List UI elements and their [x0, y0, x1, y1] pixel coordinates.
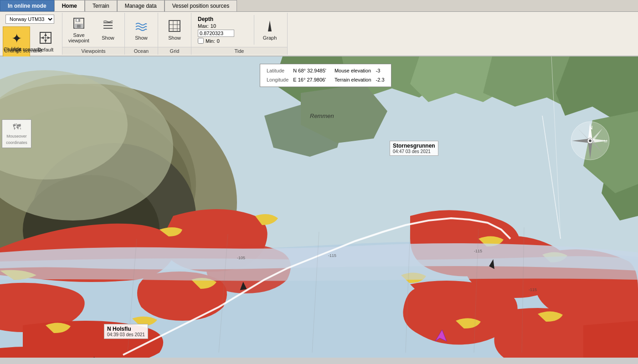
change-scenario-label[interactable]: Change scenario	[2, 47, 44, 54]
svg-marker-20	[268, 21, 272, 31]
map-background: -105 -115 -115 -115 Remmen	[0, 56, 638, 358]
max-value: 10	[211, 23, 216, 29]
ocean-section-label: Ocean	[125, 47, 158, 55]
tide-section-label: Tide	[191, 47, 287, 55]
svg-marker-4	[44, 40, 47, 42]
longitude-label: Longitude	[265, 76, 290, 84]
latitude-label: Latitude	[265, 67, 290, 75]
graph-icon	[263, 20, 276, 34]
tab-bar: In online mode Home Terrain Manage data …	[0, 0, 638, 12]
longitude-value: E 16° 27.9806'	[291, 76, 328, 84]
latitude-value: N 68° 32.9485'	[291, 67, 328, 75]
svg-marker-6	[47, 36, 50, 39]
toolbar: Norway UTM33 ✦ Hide	[0, 12, 638, 56]
save-viewpoint-icon	[72, 17, 85, 31]
depth-label: Depth	[198, 16, 251, 22]
map-icon: 🗺	[5, 122, 28, 133]
max-label: Max:	[198, 23, 209, 29]
compass-rose: N M	[570, 120, 611, 161]
min-value: 0	[217, 38, 220, 44]
svg-rect-15	[169, 21, 180, 31]
mouse-elevation-label: Mouse elevation	[329, 67, 373, 75]
svg-text:N: N	[589, 125, 592, 130]
svg-rect-9	[77, 19, 78, 21]
section-ocean: Show Ocean	[125, 13, 158, 55]
min-label: Min:	[206, 38, 215, 44]
section-viewpoints: Saveviewpoint Show Viewpoints	[62, 13, 125, 55]
svg-text:-115: -115	[328, 253, 336, 258]
section-tide: Depth Max: 10 Min: 0	[191, 13, 288, 55]
ocean-icon	[135, 20, 148, 34]
compass-icon: ✦	[11, 32, 22, 45]
svg-text:-105: -105	[237, 256, 245, 260]
mouseover-coordinates-panel: 🗺 Mouseover coordinates	[2, 119, 31, 148]
svg-rect-11	[77, 25, 81, 28]
mouse-elevation-value: -3	[374, 67, 386, 75]
coordinate-system-select[interactable]: Norway UTM33	[5, 15, 54, 24]
default-icon	[39, 31, 52, 46]
tab-vessel-position-sources[interactable]: Vessel position sources	[165, 0, 237, 11]
depth-value-input[interactable]	[198, 30, 234, 37]
svg-marker-5	[41, 36, 44, 39]
svg-text:M: M	[604, 139, 607, 144]
svg-marker-3	[44, 33, 47, 36]
terrain-elevation-label: Terrain elevation	[329, 76, 373, 84]
grid-icon	[168, 20, 181, 34]
show-grid-button[interactable]: Show	[161, 15, 188, 46]
tab-manage-data[interactable]: Manage data	[117, 0, 165, 11]
svg-text:-115: -115	[529, 287, 537, 292]
map-container: -105 -115 -115 -115 Remmen Latitude N 68…	[0, 56, 638, 358]
coordinate-tooltip: Latitude N 68° 32.9485' Mouse elevation …	[260, 64, 391, 87]
svg-point-52	[589, 139, 592, 142]
section-grid: Show Grid	[158, 13, 191, 55]
svg-text:Remmen: Remmen	[310, 113, 334, 119]
save-viewpoint-button[interactable]: Saveviewpoint	[65, 15, 93, 46]
grid-section-label: Grid	[158, 47, 191, 55]
graph-button[interactable]: Graph	[256, 15, 283, 46]
show-viewpoints-button[interactable]: Show	[94, 15, 122, 46]
viewpoints-section-label: Viewpoints	[62, 47, 124, 55]
mouseover-label: Mouseover coordinates	[6, 134, 27, 145]
show-ocean-button[interactable]: Show	[128, 15, 155, 46]
tab-online-mode[interactable]: In online mode	[0, 0, 54, 11]
tab-home[interactable]: Home	[54, 0, 85, 11]
tab-terrain[interactable]: Terrain	[85, 0, 117, 11]
show-viewpoints-icon	[102, 20, 114, 34]
min-checkbox[interactable]	[198, 38, 204, 44]
terrain-elevation-value: -2.3	[374, 76, 386, 84]
svg-text:-115: -115	[474, 249, 482, 253]
